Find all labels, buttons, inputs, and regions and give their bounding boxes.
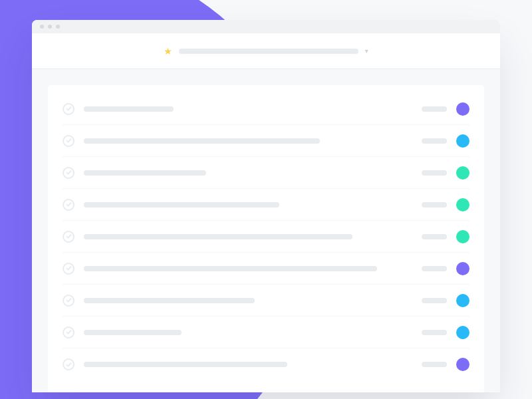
page-viewport [32,69,500,392]
assignee-avatar[interactable] [456,230,469,243]
task-title-placeholder [84,330,182,335]
task-row[interactable] [63,285,469,317]
browser-window: ★ ▾ [32,20,500,392]
assignee-avatar[interactable] [456,262,469,275]
chevron-down-icon[interactable]: ▾ [365,47,368,55]
assignee-avatar[interactable] [456,134,469,148]
task-tag-placeholder [422,138,447,144]
task-title-placeholder [84,138,320,144]
address-bar: ★ ▾ [32,33,500,69]
task-tag-placeholder [422,234,447,239]
task-tag-placeholder [422,298,447,303]
task-title-placeholder [84,362,287,367]
task-title-placeholder [84,202,279,207]
assignee-avatar[interactable] [456,198,469,211]
assignee-avatar[interactable] [456,358,469,371]
task-row[interactable] [63,157,469,189]
check-circle-icon[interactable] [63,199,74,211]
task-row[interactable] [63,253,469,285]
task-tag-placeholder [422,202,447,207]
window-maximize-icon[interactable] [56,25,60,29]
check-circle-icon[interactable] [63,231,74,243]
window-close-icon[interactable] [40,25,44,29]
assignee-avatar[interactable] [456,166,469,180]
task-title-placeholder [84,298,255,303]
check-circle-icon[interactable] [63,103,74,115]
task-tag-placeholder [422,266,447,271]
window-titlebar [32,20,500,33]
task-tag-placeholder [422,170,447,176]
check-circle-icon[interactable] [63,167,74,179]
check-circle-icon[interactable] [63,263,74,275]
check-circle-icon[interactable] [63,327,74,338]
check-circle-icon[interactable] [63,135,74,147]
assignee-avatar[interactable] [456,326,469,339]
task-tag-placeholder [422,106,447,112]
address-field-placeholder[interactable] [179,49,358,54]
task-row[interactable] [63,317,469,348]
task-row[interactable] [63,125,469,157]
task-title-placeholder [84,266,377,271]
task-row[interactable] [63,348,469,380]
task-title-placeholder [84,106,174,112]
favorite-star-icon[interactable]: ★ [164,47,172,56]
check-circle-icon[interactable] [63,358,74,370]
task-list-card [48,85,484,392]
task-row[interactable] [63,189,469,221]
task-row[interactable] [63,93,469,125]
task-title-placeholder [84,170,206,176]
check-circle-icon[interactable] [63,295,74,307]
task-tag-placeholder [422,330,447,335]
assignee-avatar[interactable] [456,294,469,307]
window-minimize-icon[interactable] [48,25,52,29]
assignee-avatar[interactable] [456,102,469,116]
task-row[interactable] [63,221,469,253]
task-title-placeholder [84,234,352,239]
task-tag-placeholder [422,362,447,367]
